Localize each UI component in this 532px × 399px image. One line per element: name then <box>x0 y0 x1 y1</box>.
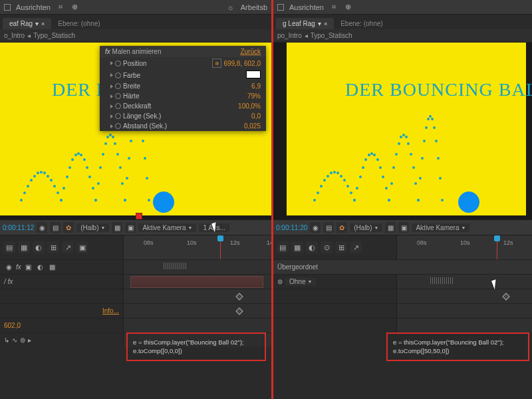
property-value[interactable]: ⊕699,8, 602,0 <box>212 59 261 68</box>
mask-icon[interactable]: ▣ <box>125 222 136 233</box>
snapshot-icon[interactable]: ◉ <box>310 222 321 233</box>
property-value[interactable]: 6,9 <box>251 82 261 90</box>
resolution-dropdown[interactable]: (Halb)▼ <box>350 223 382 232</box>
crosshair-icon[interactable]: ⊕ <box>212 59 221 68</box>
property-value[interactable]: 0,025 <box>244 122 261 130</box>
grid-icon[interactable]: ▦ <box>112 222 122 233</box>
stopwatch-icon[interactable] <box>115 103 121 109</box>
resolution-dropdown[interactable]: (Halb)▼ <box>76 223 109 232</box>
composition-viewport[interactable]: DER BOUNCING BALL <box>273 43 532 219</box>
property-value[interactable]: 0,0 <box>251 112 261 120</box>
mask-icon[interactable]: ▣ <box>398 222 409 233</box>
color-swatch[interactable] <box>246 70 261 78</box>
composition-viewport[interactable]: DER B fx Malen animieren Zurück Position… <box>0 43 271 219</box>
expression-line[interactable]: e = thisComp.layer("Bouncing Ball 02"); <box>393 338 523 346</box>
checkbox[interactable] <box>277 4 284 11</box>
layer-bar[interactable] <box>130 276 263 288</box>
stopwatch-icon[interactable] <box>115 123 121 129</box>
expression-icon[interactable]: ↳ <box>4 336 9 344</box>
chevron-left-icon[interactable]: ◂ <box>305 32 308 39</box>
position-value[interactable]: 602,0 <box>4 322 21 329</box>
timecode[interactable]: 0:00:11:20 <box>276 224 307 231</box>
comp-tab[interactable]: eaf Rag ▾ × <box>3 18 51 29</box>
stopwatch-icon[interactable] <box>115 113 121 119</box>
disclosure-icon[interactable] <box>110 73 113 77</box>
comp-tab[interactable]: g Leaf Rag ▾ × <box>276 18 334 29</box>
tool-icon[interactable]: ▤ <box>3 241 15 253</box>
track[interactable] <box>396 275 532 289</box>
channel-icon[interactable]: ▤ <box>50 222 61 233</box>
property-name[interactable]: Abstand (Sek.) <box>110 122 167 130</box>
disclosure-icon[interactable] <box>110 114 113 118</box>
property-name[interactable]: Härte <box>110 92 139 100</box>
time-ruler[interactable]: 08s 10s 12s <box>396 235 532 259</box>
snapshot-icon[interactable]: ◉ <box>37 222 47 233</box>
stopwatch-icon[interactable] <box>115 83 121 89</box>
target-icon[interactable]: ⊕ <box>70 3 80 12</box>
track[interactable] <box>123 275 271 289</box>
keyframe[interactable] <box>235 293 243 300</box>
puzzle-icon[interactable]: ☼ <box>226 3 235 12</box>
property-name[interactable]: Breite <box>110 82 140 90</box>
stopwatch-icon[interactable] <box>115 61 121 66</box>
arbeitsb-label[interactable]: Arbeitsb <box>241 3 267 11</box>
color-icon[interactable]: ✿ <box>63 222 74 233</box>
dropdown-arrow-icon[interactable]: ▾ <box>35 20 39 27</box>
views-dropdown[interactable]: 1 Ans... <box>199 223 229 232</box>
target-icon[interactable]: ⊕ <box>344 3 353 12</box>
tool-icon[interactable]: ▤ <box>277 241 289 253</box>
switch-icon[interactable]: ▣ <box>24 263 33 272</box>
camera-dropdown[interactable]: Aktive Kamera▼ <box>412 223 469 232</box>
chevron-left-icon[interactable]: ◂ <box>27 32 31 39</box>
crumb-a[interactable]: o_Intro <box>4 32 25 39</box>
reset-link[interactable]: Zurück <box>240 48 261 55</box>
keyframe[interactable] <box>235 307 243 315</box>
property-name[interactable]: Position <box>110 60 147 67</box>
stopwatch-icon[interactable] <box>115 72 121 78</box>
color-icon[interactable]: ✿ <box>336 222 347 233</box>
time-ruler[interactable]: 08s 10s 12s 14 <box>123 235 271 259</box>
track[interactable] <box>123 260 271 274</box>
timecode[interactable]: 0:00:11:12 <box>3 224 34 231</box>
stopwatch-icon[interactable] <box>115 93 121 99</box>
menu-icon[interactable]: ▸ <box>28 336 31 344</box>
expression-line[interactable]: e.toComp([50,50,0]) <box>393 346 523 355</box>
property-name[interactable]: Länge (Sek.) <box>110 112 161 120</box>
disclosure-icon[interactable] <box>110 104 113 108</box>
tool-icon[interactable]: ⊞ <box>335 241 347 253</box>
tool-icon[interactable]: ↗ <box>62 241 74 253</box>
channel-icon[interactable]: ▤ <box>323 222 334 233</box>
crumb-a[interactable]: po_Intro <box>277 32 302 39</box>
playhead[interactable] <box>497 235 497 259</box>
close-icon[interactable]: × <box>324 21 327 27</box>
switch-icon[interactable]: ▦ <box>48 263 57 272</box>
property-value[interactable]: 100,0% <box>238 102 261 110</box>
tool-icon[interactable]: ↗ <box>350 241 362 253</box>
tool-icon[interactable]: ⊞ <box>47 241 59 253</box>
checkbox[interactable] <box>4 4 11 11</box>
disclosure-icon[interactable] <box>110 61 113 65</box>
grid-icon[interactable]: ▦ <box>385 222 396 233</box>
tool-icon[interactable]: ▣ <box>76 241 88 253</box>
disclosure-icon[interactable] <box>110 124 113 128</box>
property-name[interactable]: Farbe <box>110 72 140 79</box>
camera-dropdown[interactable]: Aktive Kamera▼ <box>138 223 196 232</box>
disclosure-icon[interactable] <box>110 94 113 98</box>
switch-icon[interactable]: ◐ <box>36 263 45 272</box>
disclosure-icon[interactable] <box>110 84 113 88</box>
tool-icon[interactable]: ▦ <box>18 241 30 253</box>
tool-icon[interactable]: ⊙ <box>321 241 332 253</box>
playhead[interactable] <box>220 235 221 259</box>
effect-name[interactable]: Malen animieren <box>112 48 162 55</box>
expression-line[interactable]: e.toComp([0,0,0]) <box>133 346 259 355</box>
tool-icon[interactable]: ◐ <box>33 241 45 253</box>
snap-icon[interactable]: ⌗ <box>329 3 338 12</box>
ausrichten-label[interactable]: Ausrichten <box>289 3 324 11</box>
parent-dropdown[interactable]: Ohne▼ <box>285 277 316 286</box>
ausrichten-label[interactable]: Ausrichten <box>16 3 51 11</box>
dropdown-arrow-icon[interactable]: ▾ <box>318 20 321 27</box>
crumb-b[interactable]: Typo_Statisch <box>311 32 352 39</box>
keyframe[interactable] <box>502 293 509 300</box>
eye-icon[interactable]: ◉ <box>4 263 13 272</box>
snap-icon[interactable]: ⌗ <box>56 3 65 12</box>
